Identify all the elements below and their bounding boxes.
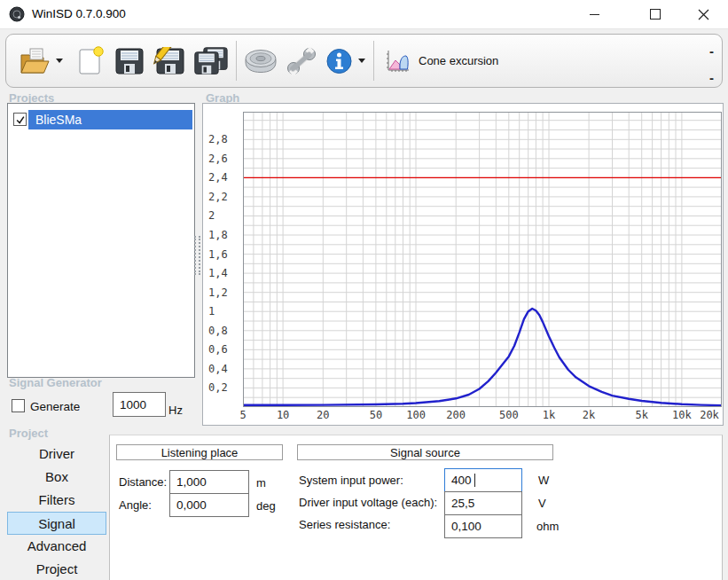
y-axis-tick-label: 2,6 <box>208 153 240 165</box>
driver-database-button[interactable] <box>240 41 281 81</box>
x-axis-tick-label: 200 <box>446 409 466 421</box>
area-chart-icon <box>384 49 411 74</box>
y-axis-tick-label: 0,8 <box>208 325 240 337</box>
angle-input[interactable] <box>169 493 249 517</box>
floppy-stack-icon <box>193 46 229 76</box>
toolbar: Cone excursion - - <box>5 34 723 88</box>
graph-type-button[interactable]: Cone excursion <box>379 41 504 81</box>
y-axis-tick-label: 1,4 <box>208 267 240 279</box>
y-axis-tick-label: 1,8 <box>208 229 240 241</box>
options-button[interactable] <box>283 41 320 81</box>
project-list-item[interactable]: BlieSMa <box>9 110 193 129</box>
save-button[interactable] <box>111 41 148 81</box>
maximize-icon <box>650 9 661 20</box>
y-axis-tick-label: 1 <box>208 305 240 317</box>
about-button[interactable] <box>320 41 370 81</box>
graph-panel: 0,20,40,60,811,21,41,61,822,22,42,62,8 5… <box>202 103 724 426</box>
y-axis-tick-label: 2,4 <box>208 171 240 184</box>
minimize-button[interactable] <box>574 0 614 28</box>
close-icon <box>698 9 709 20</box>
y-axis-tick-label: 2 <box>208 209 240 222</box>
about-dropdown-arrow-icon[interactable] <box>358 59 365 63</box>
series-resistance-label: Series resistance: <box>299 518 390 531</box>
y-axis-tick-label: 1,2 <box>208 286 240 299</box>
tab-project[interactable]: Project <box>7 558 106 580</box>
distance-unit: m <box>256 476 266 490</box>
distance-input[interactable] <box>169 470 249 494</box>
close-button[interactable] <box>683 0 724 28</box>
distance-label: Distance: <box>119 475 167 489</box>
x-axis-tick-label: 1k <box>543 409 555 421</box>
y-axis-tick-label: 0,2 <box>208 381 240 394</box>
y-axis-tick-label: 0,4 <box>208 363 240 375</box>
window-title: WinISD 0.7.0.900 <box>32 7 126 20</box>
panel-splitter-handle[interactable] <box>194 236 200 275</box>
x-axis-tick-label: 20k <box>700 409 719 421</box>
wrench-icon <box>286 47 317 75</box>
tab-box[interactable]: Box <box>7 466 106 489</box>
driver-input-voltage-input[interactable] <box>444 491 522 515</box>
generator-frequency-unit: Hz <box>168 404 183 417</box>
minimize-icon <box>590 14 599 15</box>
generate-checkbox-label: Generate <box>30 400 80 413</box>
y-axis-tick-label: 0,6 <box>208 343 240 356</box>
project-pane-label: Project <box>9 427 48 440</box>
angle-label: Angle: <box>119 498 152 512</box>
system-input-power-input[interactable] <box>444 468 522 492</box>
new-project-button[interactable] <box>72 41 109 81</box>
x-axis-tick-label: 10 <box>277 409 289 421</box>
x-axis-tick-label: 10k <box>672 409 692 421</box>
graph-type-label: Cone excursion <box>419 54 498 67</box>
series-resistance-input[interactable] <box>444 514 522 538</box>
signal-source-group-header: Signal source <box>297 444 553 460</box>
series-resistance-unit: ohm <box>536 520 559 533</box>
speaker-driver-icon <box>243 47 278 75</box>
x-axis-tick-label: 2k <box>583 409 595 421</box>
listening-place-group-header: Listening place <box>116 444 283 460</box>
text-caret <box>474 474 475 487</box>
title-bar: WinISD 0.7.0.900 <box>0 0 728 29</box>
y-axis-tick-label: 2,2 <box>208 191 240 203</box>
x-axis-tick-label: 100 <box>406 409 426 421</box>
info-icon <box>325 47 354 75</box>
save-as-button[interactable] <box>150 41 189 81</box>
floppy-disk-icon <box>114 47 145 75</box>
save-all-button[interactable] <box>191 41 231 81</box>
open-project-button[interactable] <box>13 41 67 81</box>
x-axis-tick-label: 5 <box>239 409 246 421</box>
system-input-power-wrap <box>444 468 522 492</box>
x-axis-tick-label: 500 <box>499 409 519 421</box>
toolbar-separator <box>236 41 237 81</box>
tab-driver[interactable]: Driver <box>7 443 106 466</box>
driver-input-voltage-label: Driver input voltage (each): <box>299 496 437 509</box>
angle-unit: deg <box>256 499 276 513</box>
open-dropdown-arrow-icon[interactable] <box>56 59 63 63</box>
toolbar-separator <box>373 41 374 81</box>
floppy-pencil-icon <box>153 47 186 75</box>
tab-filters[interactable]: Filters <box>7 489 106 512</box>
excursion-plot <box>243 112 722 407</box>
signal-settings-panel: Listening place Distance: m Angle: deg S… <box>109 435 723 580</box>
signal-generator-pane-label: Signal Generator <box>9 376 102 389</box>
project-nav: Driver Box Filters Signal Advanced Proje… <box>7 443 106 580</box>
projects-listbox[interactable]: BlieSMa <box>7 103 195 378</box>
y-axis-tick-label: 1,6 <box>208 248 240 261</box>
maximize-button[interactable] <box>635 0 676 28</box>
x-axis-tick-label: 50 <box>370 409 382 421</box>
project-item-label[interactable]: BlieSMa <box>28 110 192 129</box>
system-input-power-unit: W <box>538 474 549 487</box>
panel-grip-handle[interactable]: - <box>709 74 714 82</box>
project-checkbox[interactable] <box>13 113 27 126</box>
new-document-icon <box>77 46 104 75</box>
panel-grip-handle[interactable]: - <box>709 47 714 56</box>
y-axis-tick-label: 2,8 <box>208 133 240 145</box>
cone-excursion-curve <box>243 309 722 405</box>
tab-advanced[interactable]: Advanced <box>7 535 106 558</box>
generator-frequency-input[interactable] <box>113 392 166 417</box>
x-axis-tick-label: 5k <box>636 409 648 421</box>
tab-signal[interactable]: Signal <box>7 512 106 535</box>
check-icon <box>15 114 26 125</box>
generate-checkbox[interactable] <box>12 399 25 412</box>
driver-input-voltage-unit: V <box>538 497 546 510</box>
app-icon <box>9 6 25 25</box>
